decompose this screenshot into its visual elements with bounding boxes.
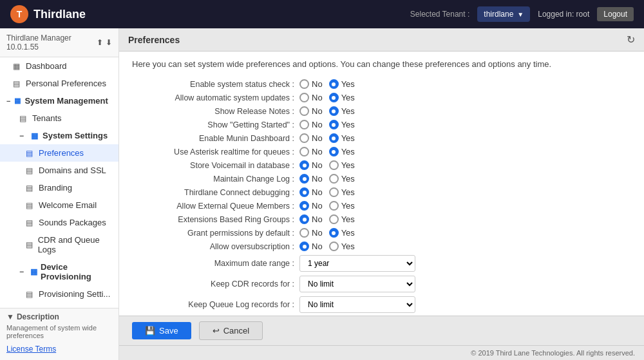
radio-no[interactable]: No [299,133,323,143]
domains-icon: ▤ [26,166,35,175]
radio-yes[interactable]: Yes [329,187,355,197]
sidebar-item-label: Provisioning Setti... [39,289,110,299]
radio-no[interactable]: No [299,120,323,129]
radio-circle-yes [329,174,339,184]
pref-options: No Yes [299,93,355,102]
radio-no[interactable]: No [299,242,323,251]
radio-no[interactable]: No [299,174,323,184]
sidebar-item-label: Device Provisioning [41,262,112,281]
radio-yes[interactable]: Yes [329,242,355,251]
keep-queue-log-select[interactable]: No limit 1 year 6 months [299,296,415,313]
radio-circle-yes [329,106,339,116]
radio-yes[interactable]: Yes [329,79,355,89]
keep-cdr-select[interactable]: No limit 1 year 6 months [299,276,415,292]
sidebar-item-domains-ssl[interactable]: ▤ Domains and SSL [0,162,118,179]
pref-options: No Yes [299,228,355,238]
radio-yes[interactable]: Yes [329,214,355,224]
radio-circle-no [299,228,309,238]
refresh-icon[interactable]: ↻ [627,33,635,46]
cancel-button[interactable]: ↩ Cancel [199,321,263,340]
radio-yes[interactable]: Yes [329,93,355,102]
max-date-range-select[interactable]: 1 year 6 months 3 months 1 month [299,255,415,272]
tenant-label: Selected Tenant : [410,10,470,19]
radio-no[interactable]: No [299,106,323,116]
pref-row-auto-updates: Allow automatic system updates : No Yes [132,93,631,102]
save-icon: 💾 [145,326,155,336]
pref-options: No Yes [299,120,355,129]
sidebar-item-cdr-queue-logs[interactable]: ▤ CDR and Queue Logs [0,231,118,258]
sidebar-item-dashboard[interactable]: ▦ Dashboard [0,57,118,75]
radio-yes[interactable]: Yes [329,133,355,143]
manager-version: Thirdlane Manager 10.0.1.55 [6,33,97,52]
sidebar-item-sounds-packages[interactable]: ▤ Sounds Packages [0,214,118,231]
radio-yes[interactable]: Yes [329,120,355,129]
radio-no[interactable]: No [299,187,323,197]
sidebar-group-system-management[interactable]: − ▦ System Management [0,92,118,109]
sidebar-bottom: ▼ Description Management of system wide … [0,308,118,360]
sidebar-header: Thirdlane Manager 10.0.1.55 ⬆ ⬇ [0,28,118,57]
app-header: T Thirdlane Selected Tenant : thirdlane … [0,0,644,28]
radio-circle-yes [329,133,339,143]
expand-icon[interactable]: ⬇ [106,38,112,47]
pref-row-grant-permissions: Grant permissions by default : No Yes [132,228,631,238]
pref-row-asterisk-realtime: Use Asterisk realtime for queues : No Ye… [132,147,631,156]
radio-no[interactable]: No [299,79,323,89]
pref-row-store-voicemail: Store Voicemail in database : No Yes [132,160,631,170]
sidebar-collapse-controls[interactable]: ⬆ ⬇ [97,38,112,47]
radio-no[interactable]: No [299,214,323,224]
radio-yes[interactable]: Yes [329,228,355,238]
radio-no[interactable]: No [299,201,323,211]
pref-label: Store Voicemail in database : [132,161,299,170]
sidebar-group-device-provisioning[interactable]: − ▦ Device Provisioning [0,258,118,285]
radio-no[interactable]: No [299,228,323,238]
sounds-icon: ▤ [26,218,35,227]
sidebar-item-template-bundles[interactable]: ▤ Template Bundles [0,303,118,308]
logout-button[interactable]: Logout [597,7,634,21]
radio-circle-yes [329,147,339,156]
sidebar-item-personal-preferences[interactable]: ▤ Personal Preferences [0,75,118,92]
radio-yes[interactable]: Yes [329,174,355,184]
minus-icon: − [19,131,28,140]
sidebar-item-welcome-email[interactable]: ▤ Welcome Email [0,196,118,214]
radio-yes[interactable]: Yes [329,106,355,116]
sidebar-item-provisioning-settings[interactable]: ▤ Provisioning Setti... [0,285,118,303]
tenant-selector[interactable]: thirdlane ▼ [477,6,530,22]
radio-circle-no [299,133,309,143]
radio-circle-yes [329,160,339,170]
radio-circle-yes [329,242,339,251]
action-bar: 💾 Save ↩ Cancel [119,316,644,345]
folder-icon: ▦ [30,267,39,276]
radio-no[interactable]: No [299,147,323,156]
save-button[interactable]: 💾 Save [132,322,191,339]
header-right: Selected Tenant : thirdlane ▼ Logged in:… [410,6,634,22]
tenants-icon: ▤ [19,114,28,123]
sidebar-item-label: Preferences [39,148,84,158]
sidebar-item-label: Dashboard [26,61,67,71]
license-terms-link[interactable]: License Terms [6,342,112,356]
page-footer: © 2019 Third Lane Technologies. All righ… [119,345,644,360]
sidebar-item-branding[interactable]: ▤ Branding [0,179,118,196]
pref-row-connect-debug: Thirdlane Connect debugging : No Yes [132,187,631,197]
radio-circle-no [299,160,309,170]
sidebar-item-tenants[interactable]: ▤ Tenants [0,109,118,127]
radio-no[interactable]: No [299,160,323,170]
down-arrow-icon: ▼ [6,312,14,321]
pref-label: Enable system status check : [132,80,299,89]
pref-label: Allow oversubscription : [132,242,299,251]
radio-yes[interactable]: Yes [329,201,355,211]
pref-row-oversubscription: Allow oversubscription : No Yes [132,242,631,251]
tenant-value: thirdlane [484,10,513,19]
sidebar-item-label: Domains and SSL [39,166,106,175]
radio-yes[interactable]: Yes [329,147,355,156]
collapse-icon[interactable]: ⬆ [97,38,103,47]
sidebar-group-system-settings[interactable]: − ▦ System Settings [0,127,118,144]
pref-label: Extensions Based Ring Groups : [132,215,299,224]
radio-circle-no [299,242,309,251]
pref-options: No Yes [299,133,355,143]
minus-icon: − [19,267,28,276]
sidebar-item-label: Welcome Email [39,200,97,210]
sidebar-item-preferences[interactable]: ▤ Preferences [0,144,118,162]
pref-label: Show Release Notes : [132,107,299,116]
radio-yes[interactable]: Yes [329,160,355,170]
radio-no[interactable]: No [299,93,323,102]
